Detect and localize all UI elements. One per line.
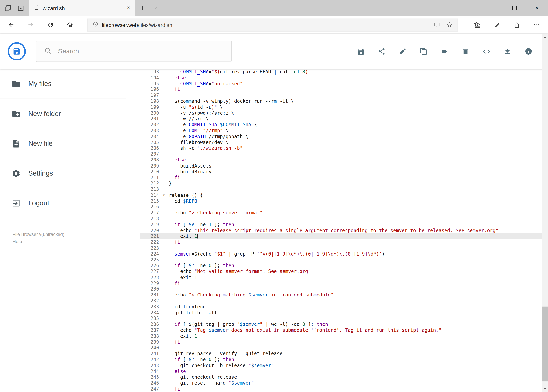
line-number[interactable]: 207 (140, 151, 159, 157)
code-line[interactable]: 213 (140, 186, 548, 192)
code-line[interactable]: 199 -u "$(id -u)" \ (140, 104, 548, 110)
line-number[interactable]: 223 (140, 245, 159, 251)
code-line[interactable]: 246 git reset --hard "$semver" (140, 380, 548, 386)
code-line[interactable]: 228 exit 1 (140, 274, 548, 280)
close-button[interactable]: × (526, 0, 548, 16)
line-number[interactable]: 219 (140, 222, 159, 227)
line-number[interactable]: 227 (140, 268, 159, 274)
sidebar-item-settings[interactable]: Settings (0, 158, 140, 188)
line-number[interactable]: 246 (140, 380, 159, 386)
line-number[interactable]: 245 (140, 374, 159, 380)
home-button[interactable] (60, 16, 80, 34)
code-line[interactable]: 193 COMMIT_SHA="$(git rev-parse HEAD | c… (140, 69, 548, 75)
code-line[interactable]: 219 if [ $# -ne 1 ]; then (140, 222, 548, 227)
code-line[interactable]: 201 -w //src \ (140, 116, 548, 122)
search-box[interactable] (36, 41, 232, 62)
refresh-button[interactable] (41, 16, 60, 34)
line-number[interactable]: 222 (140, 239, 159, 245)
code-line[interactable]: 227 echo "Not valid semver format. See s… (140, 268, 548, 274)
line-number[interactable]: 193 (140, 69, 159, 75)
set-aside-tabs-icon[interactable] (5, 5, 11, 11)
line-number[interactable]: 197 (140, 92, 159, 98)
line-number[interactable]: 238 (140, 333, 159, 339)
line-number[interactable]: 200 (140, 110, 159, 116)
scrollbar-thumb[interactable] (542, 307, 548, 381)
line-number[interactable]: 195 (140, 81, 159, 86)
raw-code-button[interactable] (476, 41, 497, 62)
filebrowser-logo[interactable] (8, 42, 26, 61)
line-number[interactable]: 232 (140, 298, 159, 304)
sidebar-item-new-file[interactable]: New file (0, 129, 140, 158)
code-line[interactable]: 232 (140, 298, 548, 304)
sidebar-item-new-folder[interactable]: New folder (0, 99, 140, 129)
line-number[interactable]: 236 (140, 321, 159, 327)
code-line[interactable]: 203 -e HOME="//tmp" \ (140, 128, 548, 133)
line-number[interactable]: 196 (140, 86, 159, 92)
code-line[interactable]: 247 fi (140, 386, 548, 392)
minimize-button[interactable] (481, 0, 503, 16)
url-field[interactable]: filebrowser.web/files/wizard.sh (87, 18, 458, 31)
reading-view-icon[interactable] (434, 22, 440, 28)
code-line[interactable]: 235 (140, 315, 548, 321)
code-line[interactable]: 194 else (140, 75, 548, 81)
code-line[interactable]: 243 git checkout -b release "$semver" (140, 363, 548, 368)
code-line[interactable]: 211 fi (140, 175, 548, 181)
code-line[interactable]: 245 git checkout release (140, 374, 548, 380)
line-number[interactable]: 220 (140, 227, 159, 233)
line-number[interactable]: 241 (140, 351, 159, 357)
line-number[interactable]: 240 (140, 345, 159, 351)
line-number[interactable]: 202 (140, 122, 159, 128)
tab-close-icon[interactable]: × (125, 5, 132, 11)
code-line[interactable]: 210 buildBinary (140, 169, 548, 175)
line-number[interactable]: 208 (140, 157, 159, 163)
hub-favorites-icon[interactable] (468, 16, 487, 34)
line-number[interactable]: 214▾ (140, 192, 159, 198)
code-line[interactable]: 233 cd frontend (140, 304, 548, 310)
help-link[interactable]: Help (13, 238, 140, 245)
line-number[interactable]: 243 (140, 363, 159, 368)
code-line[interactable]: 240 (140, 345, 548, 351)
move-button[interactable] (434, 41, 455, 62)
code-line[interactable]: 195 COMMIT_SHA="untracked" (140, 81, 548, 86)
code-line[interactable]: 209 buildAssets (140, 163, 548, 169)
line-number[interactable]: 244 (140, 368, 159, 374)
line-number[interactable]: 201 (140, 116, 159, 122)
line-number[interactable]: 211 (140, 175, 159, 181)
code-line[interactable]: 215 cd $REPO (140, 198, 548, 204)
page-scrollbar[interactable]: ▲ ▼ (542, 34, 548, 392)
code-line[interactable]: 204 -e GOPATH=//tmp/gopath \ (140, 133, 548, 139)
line-number[interactable]: 213 (140, 186, 159, 192)
line-number[interactable]: 199 (140, 104, 159, 110)
code-line[interactable]: 205 filebrowser/dev \ (140, 139, 548, 145)
line-number[interactable]: 242 (140, 357, 159, 363)
code-line[interactable]: 221 exit 1 (140, 233, 548, 239)
line-number[interactable]: 217 (140, 210, 159, 216)
code-line[interactable]: 197 (140, 92, 548, 98)
maximize-button[interactable] (503, 0, 526, 16)
line-number[interactable]: 235 (140, 315, 159, 321)
code-line[interactable]: 230 (140, 286, 548, 292)
code-line[interactable]: 202 -e COMMIT_SHA=$COMMIT_SHA \ (140, 122, 548, 128)
copy-button[interactable] (413, 41, 434, 62)
code-line[interactable]: 231 echo "> Checking matching $semver in… (140, 292, 548, 298)
line-number[interactable]: 215 (140, 198, 159, 204)
code-line[interactable]: 206 sh -c "./wizard.sh -b" (140, 145, 548, 151)
fold-marker-icon[interactable]: ▾ (163, 192, 165, 198)
tab-preview-icon[interactable] (17, 5, 24, 11)
code-line[interactable]: 241 git rev-parse --verify --quiet relea… (140, 351, 548, 357)
favorite-star-icon[interactable] (446, 22, 452, 28)
code-line[interactable]: 225 (140, 257, 548, 263)
page-info-icon[interactable] (92, 21, 98, 28)
code-line[interactable]: 218 (140, 216, 548, 222)
line-number[interactable]: 218 (140, 216, 159, 222)
code-line[interactable]: 217 echo "> Checking semver format" (140, 210, 548, 216)
download-button[interactable] (497, 41, 518, 62)
rename-button[interactable] (392, 41, 413, 62)
code-line[interactable]: 208 else (140, 157, 548, 163)
code-line[interactable]: 198 $(command -v winpty) docker run --rm… (140, 98, 548, 104)
code-line[interactable]: 242 if [ $? -ne 0 ]; then (140, 357, 548, 363)
line-number[interactable]: 198 (140, 98, 159, 104)
code-line[interactable]: 239 fi (140, 339, 548, 345)
line-number[interactable]: 233 (140, 304, 159, 310)
code-line[interactable]: 220 echo "This release script requires a… (140, 227, 548, 233)
